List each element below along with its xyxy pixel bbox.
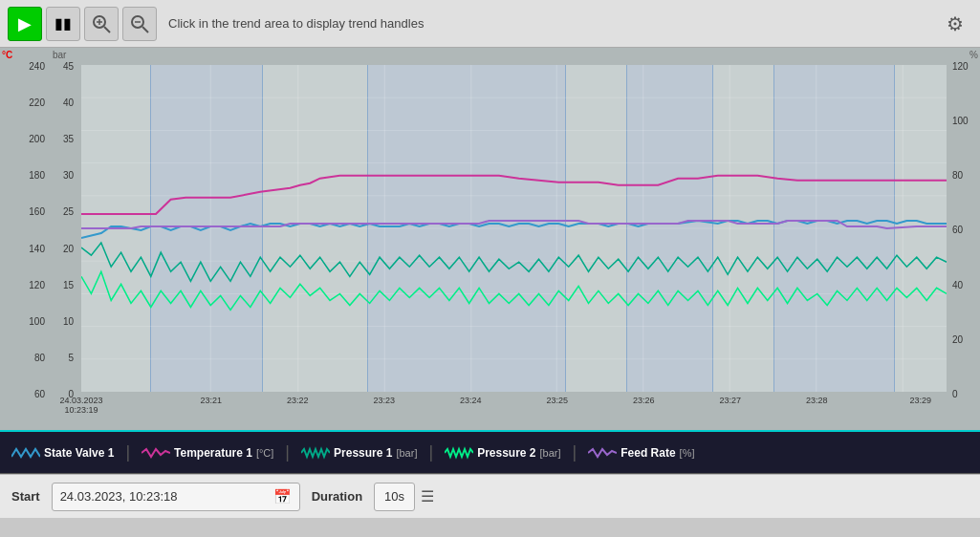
x-label-7: 23:27 [719, 396, 741, 405]
chart-area[interactable]: °C 240 220 200 180 160 140 120 100 80 60… [0, 48, 980, 430]
y-axis-bar-label: bar [53, 50, 66, 60]
start-value: 24.03.2023, 10:23:18 [60, 489, 266, 504]
y-axis-percent-label: % [969, 50, 978, 60]
feed-rate-unit: [%] [680, 447, 695, 459]
chart-svg [81, 65, 947, 392]
duration-menu-icon[interactable]: ☰ [421, 487, 434, 505]
legend-bar: State Valve 1 | Temperature 1 [°C] | Pre… [0, 430, 980, 474]
pressure1-unit: [bar] [396, 447, 417, 459]
x-label-9: 23:29 [910, 396, 932, 405]
feed-rate-icon [588, 445, 617, 461]
duration-label: Duration [312, 489, 362, 504]
x-label-8: 23:28 [806, 396, 828, 405]
legend-sep-2: | [285, 442, 290, 462]
feed-rate-label: Feed Rate [621, 446, 675, 460]
calendar-icon[interactable]: 📅 [273, 488, 292, 505]
svg-line-1 [104, 27, 110, 32]
y-axis-percent: % 120 100 80 60 40 20 0 [947, 48, 980, 430]
zoom-in-button[interactable] [84, 7, 119, 41]
state-valve-icon [11, 445, 40, 461]
zoom-out-button[interactable] [122, 7, 157, 41]
temperature-unit: [°C] [256, 447, 273, 459]
state-valve-label: State Valve 1 [44, 446, 114, 460]
pressure2-unit: [bar] [540, 447, 561, 459]
x-axis: 24.03.2023 10:23:19 23:21 23:22 23:23 23… [81, 392, 947, 430]
settings-button[interactable]: ⚙ [938, 7, 972, 41]
x-label-4: 23:24 [460, 396, 482, 405]
pause-button[interactable]: ▮▮ [46, 7, 80, 41]
legend-state-valve: State Valve 1 [11, 445, 114, 461]
start-input[interactable]: 24.03.2023, 10:23:18 📅 [52, 483, 300, 511]
pressure1-icon [301, 445, 330, 461]
temperature-icon [142, 445, 170, 461]
x-label-6: 23:26 [633, 396, 655, 405]
pressure2-label: Pressure 2 [477, 446, 535, 460]
legend-sep-1: | [125, 442, 130, 462]
duration-value[interactable]: 10s [374, 483, 415, 511]
toolbar: ▶ ▮▮ Click in the trend area to display … [0, 0, 980, 48]
start-label: Start [11, 489, 40, 504]
legend-pressure2: Pressure 2 [bar] [445, 445, 560, 461]
y-axis-celsius-label: °C [2, 50, 12, 60]
plot-area[interactable] [81, 65, 947, 392]
pressure2-icon [445, 445, 473, 461]
bottom-bar: Start 24.03.2023, 10:23:18 📅 Duration 10… [0, 474, 980, 518]
x-label-0: 24.03.2023 10:23:19 [59, 396, 102, 415]
x-label-5: 23:25 [546, 396, 568, 405]
y-axis-bar: bar 45 40 35 30 25 20 15 10 5 0 [53, 48, 81, 430]
x-label-3: 23:23 [373, 396, 395, 405]
legend-sep-4: | [573, 442, 577, 462]
y-axis-left: °C 240 220 200 180 160 140 120 100 80 60 [0, 48, 53, 430]
pressure1-label: Pressure 1 [334, 446, 392, 460]
legend-temperature: Temperature 1 [°C] [142, 445, 273, 461]
play-button[interactable]: ▶ [8, 7, 42, 41]
x-label-1: 23:21 [200, 396, 222, 405]
temperature-label: Temperature 1 [174, 446, 252, 460]
legend-feed-rate: Feed Rate [%] [588, 445, 694, 461]
svg-line-5 [142, 27, 148, 32]
x-label-2: 23:22 [287, 396, 309, 405]
duration-group: 10s ☰ [374, 483, 434, 511]
toolbar-hint: Click in the trend area to display trend… [168, 16, 934, 31]
legend-sep-3: | [428, 442, 433, 462]
legend-pressure1: Pressure 1 [bar] [301, 445, 417, 461]
